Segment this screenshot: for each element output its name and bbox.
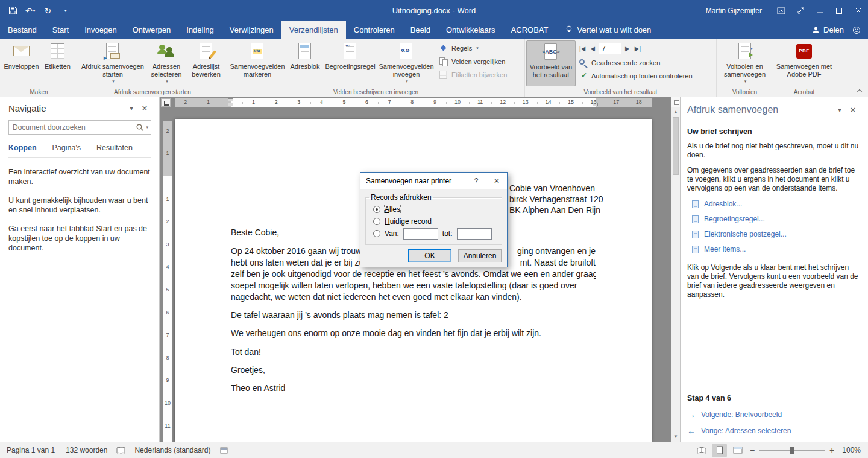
- tot-input[interactable]: [457, 228, 492, 240]
- macro-icon[interactable]: [216, 447, 231, 454]
- tab-acrobat[interactable]: ACROBAT: [503, 21, 556, 39]
- record-number-input[interactable]: [599, 43, 621, 54]
- next-record-button[interactable]: ▶: [624, 44, 631, 54]
- more-items-link[interactable]: Meer items...: [692, 245, 860, 253]
- tab-selector-button[interactable]: [161, 98, 171, 107]
- minimize-icon[interactable]: [810, 0, 829, 21]
- edit-recipient-list-button[interactable]: Adreslijst bewerken: [187, 40, 225, 86]
- merge-to-adobe-pdf-button[interactable]: PDF Samenvoegen met Adobe PDF: [775, 40, 833, 86]
- match-fields-button[interactable]: Velden vergelijken: [436, 55, 509, 68]
- pane-close-icon[interactable]: ✕: [846, 106, 860, 115]
- tell-me-box[interactable]: Vertel wat u wilt doen: [565, 21, 651, 39]
- tab-bestand[interactable]: Bestand: [0, 21, 45, 39]
- page-indicator[interactable]: Pagina 1 van 1: [0, 446, 60, 454]
- next-step-link[interactable]: → Volgende: Briefvoorbeeld: [687, 410, 860, 419]
- electronic-postage-link[interactable]: Elektronische postzegel...: [692, 230, 860, 238]
- finish-and-merge-button[interactable]: Voltooien en samenvoegen▾: [719, 40, 772, 86]
- envelopes-button[interactable]: Enveloppen: [3, 40, 40, 86]
- document-page[interactable]: Cobie van Vroenhoven birck Verhagenstraa…: [175, 119, 652, 442]
- tab-beeld[interactable]: Beeld: [403, 21, 438, 39]
- search-icon[interactable]: [136, 123, 144, 132]
- address-block-link[interactable]: Adresblok...: [692, 200, 860, 208]
- last-record-button[interactable]: ▶|: [634, 44, 642, 54]
- ribbon-display-options-icon[interactable]: [772, 0, 791, 21]
- zoom-level[interactable]: 100%: [839, 446, 861, 454]
- salutation-line[interactable]: Beste Cobie,: [231, 227, 279, 238]
- labels-button[interactable]: Etiketten: [40, 40, 75, 86]
- pane-options-icon[interactable]: ▾: [833, 106, 846, 114]
- radio-alles-label[interactable]: Alles: [385, 205, 400, 214]
- radio-huidige-label[interactable]: Huidige record: [385, 217, 432, 226]
- tab-ontwerpen[interactable]: Ontwerpen: [125, 21, 179, 39]
- signed-in-user[interactable]: Martin Gijzemijter: [706, 7, 762, 15]
- cancel-button[interactable]: Annuleren: [458, 249, 502, 262]
- radio-unselected-icon[interactable]: [373, 230, 380, 237]
- tab-verwijzingen[interactable]: Verwijzingen: [222, 21, 281, 39]
- find-recipient-button[interactable]: Geadresseerde zoeken: [576, 56, 695, 69]
- address-block-button[interactable]: Adresblok: [286, 40, 324, 86]
- language-indicator[interactable]: Nederlands (standaard): [129, 446, 216, 454]
- zoom-slider[interactable]: [760, 445, 825, 456]
- save-icon[interactable]: [8, 5, 17, 16]
- dialog-title-bar[interactable]: Samenvoegen naar printer ? ✕: [360, 173, 507, 189]
- scroll-up-icon[interactable]: ▲: [671, 107, 680, 116]
- left-indent-marker[interactable]: [228, 103, 233, 106]
- check-for-errors-button[interactable]: ✓ Automatisch op fouten controleren: [576, 69, 695, 82]
- scroll-down-icon[interactable]: ▼: [671, 432, 680, 441]
- highlight-merge-fields-button[interactable]: «» Samenvoegvelden markeren: [228, 40, 286, 86]
- vertical-scrollbar[interactable]: ▲ ▼: [671, 97, 680, 442]
- van-input[interactable]: [403, 228, 438, 240]
- update-labels-button[interactable]: Etiketten bijwerken: [436, 68, 509, 81]
- search-options-icon[interactable]: ▾: [146, 125, 148, 130]
- tab-invoegen[interactable]: Invoegen: [77, 21, 125, 39]
- redo-icon[interactable]: ↻: [43, 5, 52, 16]
- nav-tab-resultaten[interactable]: Resultaten: [96, 144, 133, 152]
- dialog-close-icon[interactable]: ✕: [486, 177, 507, 185]
- tab-start[interactable]: Start: [45, 21, 77, 39]
- greeting-line-button[interactable]: ~ Begroetingsregel: [324, 40, 377, 86]
- fullscreen-icon[interactable]: [791, 0, 810, 21]
- share-button[interactable]: Delen: [806, 21, 850, 39]
- feedback-smiley-icon[interactable]: [850, 21, 868, 39]
- tab-controleren[interactable]: Controleren: [346, 21, 403, 39]
- select-recipients-button[interactable]: Adressen selecteren▾: [146, 40, 187, 86]
- rules-button[interactable]: Regels▾: [436, 42, 509, 54]
- start-mail-merge-button[interactable]: ▸ Afdruk samenvoegen starten▾: [80, 40, 146, 86]
- word-count[interactable]: 132 woorden: [60, 446, 113, 454]
- first-record-button[interactable]: |◀: [578, 44, 587, 54]
- tab-indeling[interactable]: Indeling: [178, 21, 222, 39]
- pane-close-icon[interactable]: ✕: [138, 104, 151, 113]
- zoom-slider-thumb[interactable]: [790, 447, 794, 454]
- ruler-toggle-button[interactable]: [671, 97, 680, 107]
- zoom-in-button[interactable]: +: [828, 445, 836, 455]
- customize-qat-icon[interactable]: ▾: [60, 5, 70, 16]
- tab-ontwikkelaars[interactable]: Ontwikkelaars: [438, 21, 503, 39]
- letter-paragraph-3[interactable]: We verheugen ons enorm op onze mooie dag…: [231, 328, 541, 339]
- preview-results-button[interactable]: «ABC» Voorbeeld van het resultaat: [526, 40, 576, 86]
- undo-icon[interactable]: ↶▾: [25, 5, 35, 16]
- tab-verzendlijsten[interactable]: Verzendlijsten: [281, 21, 346, 39]
- recipient-address-block[interactable]: Cobie van Vroenhoven birck Verhagenstraa…: [509, 183, 603, 215]
- dialog-help-icon[interactable]: ?: [466, 177, 486, 185]
- nav-tab-paginas[interactable]: Pagina's: [52, 144, 81, 152]
- nav-tab-koppen[interactable]: Koppen: [8, 144, 37, 152]
- letter-paragraph-2[interactable]: De tafel waaraan jij ’s avonds plaats ma…: [231, 310, 448, 321]
- letter-paragraph-5[interactable]: Groetjes,: [231, 364, 265, 376]
- greeting-line-link[interactable]: Begroetingsregel...: [692, 215, 860, 223]
- zoom-out-button[interactable]: −: [748, 445, 756, 455]
- print-layout-button[interactable]: [712, 444, 727, 457]
- scrollbar-thumb[interactable]: [673, 117, 679, 175]
- pane-options-icon[interactable]: ▾: [125, 104, 138, 112]
- first-line-indent-marker[interactable]: [228, 98, 233, 101]
- close-icon[interactable]: [849, 0, 868, 21]
- radio-row-huidige-record[interactable]: Huidige record: [366, 215, 502, 227]
- search-input[interactable]: [9, 123, 136, 132]
- read-mode-button[interactable]: [694, 444, 709, 457]
- previous-step-link[interactable]: ← Vorige: Adressen selecteren: [687, 427, 860, 435]
- radio-row-alles[interactable]: Alles: [366, 203, 502, 215]
- radio-row-van-tot[interactable]: Van: tot:: [366, 227, 502, 240]
- letter-paragraph-4[interactable]: Tot dan!: [231, 346, 261, 358]
- letter-signature[interactable]: Theo en Astrid: [231, 383, 285, 394]
- web-layout-button[interactable]: [730, 444, 745, 457]
- radio-unselected-icon[interactable]: [373, 218, 380, 225]
